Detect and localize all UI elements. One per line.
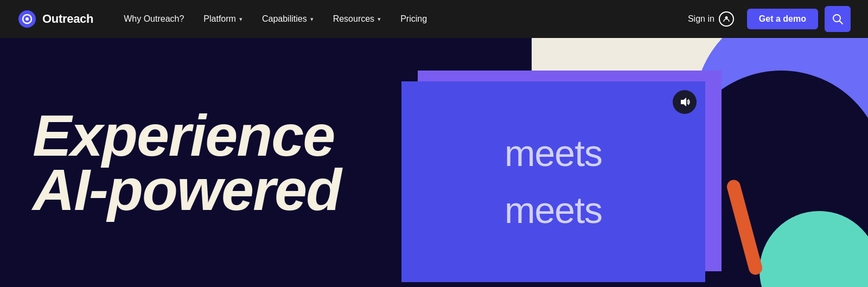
- nav-item-resources[interactable]: Resources ▾: [324, 10, 390, 28]
- blue-video-card: meets meets: [401, 81, 705, 282]
- nav-item-why-outreach[interactable]: Why Outreach?: [115, 10, 193, 28]
- search-button[interactable]: [825, 6, 851, 32]
- main-nav: Outreach Why Outreach? Platform ▾ Capabi…: [0, 0, 868, 38]
- hero-text-area: Experience AI-powered: [0, 38, 407, 287]
- hero-headline: Experience AI-powered: [33, 109, 341, 216]
- nav-item-platform[interactable]: Platform ▾: [195, 10, 251, 28]
- resources-chevron-icon: ▾: [378, 16, 381, 23]
- capabilities-chevron-icon: ▾: [310, 16, 314, 23]
- platform-chevron-icon: ▾: [239, 16, 242, 23]
- svg-marker-6: [681, 98, 686, 106]
- search-icon: [832, 13, 844, 25]
- card-text-meets-1: meets: [505, 133, 602, 174]
- nav-item-pricing[interactable]: Pricing: [392, 10, 436, 28]
- logo-link[interactable]: Outreach: [17, 9, 93, 29]
- logo-text: Outreach: [42, 12, 93, 26]
- nav-right: Sign in Get a demo: [681, 6, 851, 32]
- sound-icon: [679, 97, 690, 107]
- nav-item-capabilities[interactable]: Capabilities ▾: [253, 10, 322, 28]
- sound-button[interactable]: [673, 90, 697, 114]
- hero-decorative-area: meets meets: [401, 38, 868, 287]
- get-demo-button[interactable]: Get a demo: [747, 9, 818, 29]
- hero-section: Experience AI-powered mee: [0, 38, 868, 287]
- user-avatar-icon: [719, 11, 734, 27]
- sign-in-button[interactable]: Sign in: [681, 7, 741, 31]
- outreach-logo-icon: [17, 9, 37, 29]
- svg-line-5: [840, 21, 843, 24]
- nav-links: Why Outreach? Platform ▾ Capabilities ▾ …: [115, 10, 681, 28]
- card-text-meets-2: meets: [505, 190, 602, 231]
- svg-point-2: [25, 17, 29, 21]
